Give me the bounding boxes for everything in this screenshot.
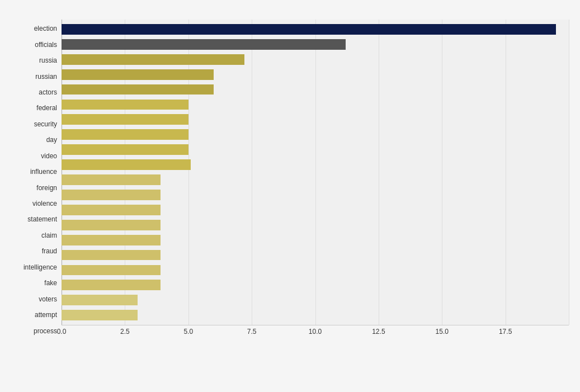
bar-row	[62, 292, 569, 308]
bar-row	[62, 233, 569, 248]
bar	[62, 24, 556, 35]
bar-row	[62, 142, 569, 157]
bar-row	[62, 82, 569, 97]
bar	[62, 190, 161, 200]
bar	[62, 54, 244, 65]
x-tick-label: 7.5	[247, 328, 257, 336]
y-label: violence	[32, 200, 57, 207]
bar	[62, 39, 346, 50]
bar	[62, 295, 138, 305]
x-axis: 0.02.55.07.510.012.515.017.5	[62, 325, 569, 337]
y-label: statement	[27, 216, 57, 223]
y-label: day	[46, 136, 57, 143]
bar	[62, 310, 138, 320]
bar-row	[62, 308, 569, 323]
x-tick-label: 5.0	[183, 328, 193, 336]
bar	[62, 69, 214, 80]
bar-row	[62, 172, 569, 187]
bar-row	[62, 52, 569, 67]
x-tick-label: 12.5	[372, 328, 385, 336]
y-label: process	[34, 328, 57, 334]
y-label: officials	[35, 41, 57, 48]
chart-area: electionofficialsrussiarussianactorsfede…	[11, 20, 569, 339]
x-tick-label: 10.0	[309, 328, 322, 336]
y-label: influence	[30, 168, 57, 175]
y-label: attempt	[35, 311, 57, 318]
y-label: russian	[35, 73, 57, 80]
x-tick-label: 0.0	[57, 328, 67, 336]
bar-row	[62, 22, 569, 37]
y-label: russia	[39, 57, 57, 64]
bar-row	[62, 127, 569, 142]
y-label: voters	[39, 296, 57, 303]
chart-container: electionofficialsrussiarussianactorsfede…	[0, 0, 580, 392]
bar-row	[62, 67, 569, 82]
grid-line	[569, 20, 569, 325]
bar-row	[62, 218, 569, 233]
bar	[62, 174, 161, 185]
bar	[62, 250, 161, 261]
bar	[62, 280, 161, 290]
bars-area	[62, 20, 569, 325]
bars-and-axes: 0.02.55.07.510.012.515.017.5	[62, 20, 569, 339]
bar	[62, 159, 191, 170]
y-label: security	[34, 121, 57, 127]
y-label: intelligence	[23, 264, 57, 271]
bar-row	[62, 263, 569, 278]
bar-row	[62, 187, 569, 202]
bar	[62, 114, 188, 125]
y-label: federal	[36, 105, 57, 111]
y-label: actors	[39, 89, 57, 96]
y-label: fraud	[42, 248, 57, 254]
bar-row	[62, 248, 569, 263]
x-tick-label: 2.5	[120, 328, 130, 336]
bars-inner	[62, 20, 569, 325]
bar	[62, 220, 161, 230]
y-label: foreign	[36, 185, 57, 191]
bar	[62, 265, 161, 276]
y-label: election	[34, 25, 57, 32]
bar-row	[62, 112, 569, 127]
bar-row	[62, 277, 569, 292]
bar-row	[62, 97, 569, 112]
x-tick-label: 17.5	[499, 328, 512, 336]
bar	[62, 100, 188, 110]
bar	[62, 205, 161, 215]
bar	[62, 84, 214, 95]
y-axis-labels: electionofficialsrussiarussianactorsfede…	[11, 20, 62, 339]
y-label: fake	[44, 280, 57, 286]
bar-row	[62, 37, 569, 52]
x-tick-label: 15.0	[436, 328, 449, 336]
bar	[62, 129, 188, 140]
bar-row	[62, 157, 569, 172]
bar-row	[62, 202, 569, 218]
bar	[62, 144, 188, 155]
y-label: video	[41, 153, 57, 159]
bar	[62, 235, 161, 245]
y-label: claim	[41, 232, 57, 239]
